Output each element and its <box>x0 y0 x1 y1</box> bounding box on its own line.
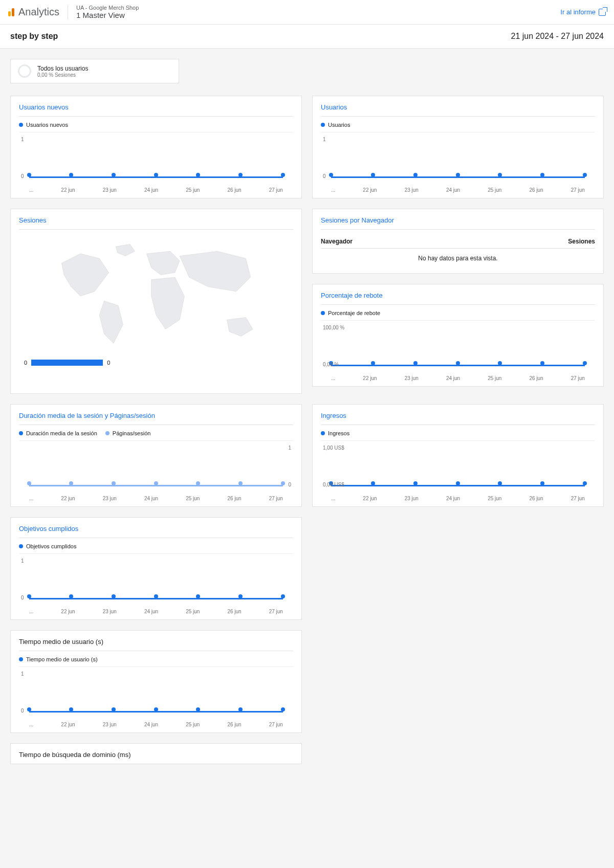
card-title[interactable]: Tiempo medio de usuario (s) <box>19 638 293 651</box>
analytics-logo: Analytics <box>8 6 59 18</box>
property-label: UA - Google Merch Shop <box>76 5 139 11</box>
line-chart: 1 0 ...22 jun23 jun24 jun25 jun26 jun27 … <box>19 671 293 727</box>
y-axis-label: 0,00 US$ <box>323 482 344 487</box>
x-axis-labels: ...22 jun23 jun24 jun25 jun26 jun27 jun <box>29 187 283 193</box>
chart-legend: Usuarios nuevos <box>19 122 293 132</box>
segment-subtitle: 0,00 % Sesiones <box>37 72 88 78</box>
legend-dot-icon <box>321 431 325 435</box>
map-legend: 0 0 <box>19 360 293 366</box>
line-chart: 1 0 ...22 jun23 jun24 jun25 jun26 jun27 … <box>19 558 293 614</box>
col-browser: Navegador <box>321 238 353 245</box>
card-goals: Objetivos cumplidos Objetivos cumplidos … <box>10 517 302 620</box>
card-sessions-browser: Sesiones por Navegador Navegador Sesione… <box>312 209 604 274</box>
app-header: Analytics UA - Google Merch Shop 1 Maste… <box>0 0 614 25</box>
legend-dot-icon <box>19 123 23 127</box>
y-axis-label: 1 <box>21 558 24 564</box>
go-to-report-link[interactable]: Ir al informe <box>560 8 606 16</box>
x-axis-labels: ...22 jun23 jun24 jun25 jun26 jun27 jun <box>331 375 585 381</box>
card-title[interactable]: Usuarios <box>321 103 595 117</box>
x-axis-labels: ...22 jun23 jun24 jun25 jun26 jun27 jun <box>331 496 585 501</box>
legend-dot-icon <box>321 311 325 315</box>
legend-dot-icon <box>321 123 325 127</box>
legend-dot-icon <box>19 544 23 548</box>
chart-legend: Usuarios <box>321 122 595 132</box>
chart-legend: Tiempo medio de usuario (s) <box>19 656 293 667</box>
card-bounce-rate: Porcentaje de rebote Porcentaje de rebot… <box>312 284 604 387</box>
line-chart: 1 0 ...22 jun23 jun24 jun25 jun26 jun27 … <box>321 137 595 193</box>
card-title[interactable]: Sesiones <box>19 216 293 230</box>
card-avg-user-time: Tiempo medio de usuario (s) Tiempo medio… <box>10 630 302 733</box>
y-axis-label: 0,00 % <box>323 362 339 367</box>
card-sessions-map: Sesiones 0 0 <box>10 209 302 394</box>
analytics-logo-icon <box>8 8 14 16</box>
segment-title: Todos los usuarios <box>37 65 88 72</box>
x-axis-labels: ...22 jun23 jun24 jun25 jun26 jun27 jun <box>29 496 283 501</box>
x-axis-labels: ...22 jun23 jun24 jun25 jun26 jun27 jun <box>29 722 283 727</box>
legend-label: Duración media de la sesión <box>26 430 97 436</box>
card-title[interactable]: Usuarios nuevos <box>19 103 293 117</box>
map-legend-max: 0 <box>107 360 110 366</box>
external-link-icon <box>599 9 606 16</box>
dashboard-title: step by step <box>10 32 58 41</box>
table-header: Navegador Sesiones <box>321 235 595 249</box>
property-selector[interactable]: UA - Google Merch Shop 1 Master View <box>76 5 139 19</box>
map-legend-min: 0 <box>24 360 27 366</box>
card-title[interactable]: Sesiones por Navegador <box>321 216 595 230</box>
legend-label: Ingresos <box>328 430 349 436</box>
legend-dot-icon <box>19 431 23 435</box>
line-chart: 100,00 % 0,00 % ...22 jun23 jun24 jun25 … <box>321 325 595 381</box>
y-axis-label: 0 <box>21 595 24 600</box>
chart-legend: Duración media de la sesión Páginas/sesi… <box>19 430 293 441</box>
legend-dot-icon <box>19 657 23 661</box>
y-axis-label: 0 <box>323 173 326 179</box>
legend-label: Usuarios <box>328 122 350 128</box>
map-legend-gradient <box>31 360 103 366</box>
card-users: Usuarios Usuarios 1 0 ...22 jun23 jun24 … <box>312 96 604 198</box>
analytics-label: Analytics <box>18 6 59 18</box>
card-revenue: Ingresos Ingresos 1,00 US$ 0,00 US$ ...2… <box>312 404 604 507</box>
date-range[interactable]: 21 jun 2024 - 27 jun 2024 <box>511 32 604 41</box>
report-link-label: Ir al informe <box>560 8 596 16</box>
no-data-message: No hay datos para esta vista. <box>321 249 595 268</box>
line-chart: 1,00 US$ 0,00 US$ ...22 jun23 jun24 jun2… <box>321 445 595 501</box>
legend-label: Páginas/sesión <box>113 430 151 436</box>
legend-label: Usuarios nuevos <box>26 122 68 128</box>
chart-legend: Ingresos <box>321 430 595 441</box>
segment-chip[interactable]: Todos los usuarios 0,00 % Sesiones <box>10 59 179 83</box>
legend-label: Objetivos cumplidos <box>26 543 76 549</box>
legend-label: Tiempo medio de usuario (s) <box>26 656 98 662</box>
world-map-icon <box>19 235 293 358</box>
view-name: 1 Master View <box>76 11 139 19</box>
y-axis-label: 1 <box>288 445 291 451</box>
line-chart: 1 0 ...22 jun23 jun24 jun25 jun26 jun27 … <box>19 445 293 501</box>
segment-circle-icon <box>18 64 31 78</box>
x-axis-labels: ...22 jun23 jun24 jun25 jun26 jun27 jun <box>29 609 283 614</box>
y-axis-label: 1 <box>21 137 24 142</box>
y-axis-label: 0 <box>288 482 291 487</box>
card-title[interactable]: Porcentaje de rebote <box>321 292 595 305</box>
card-title[interactable]: Objetivos cumplidos <box>19 525 293 538</box>
card-new-users: Usuarios nuevos Usuarios nuevos 1 0 ...2… <box>10 96 302 198</box>
x-axis-labels: ...22 jun23 jun24 jun25 jun26 jun27 jun <box>331 187 585 193</box>
line-chart: 1 0 ...22 jun23 jun24 jun25 jun26 jun27 … <box>19 137 293 193</box>
card-title[interactable]: Ingresos <box>321 412 595 425</box>
card-duration-pages: Duración media de la sesión y Páginas/se… <box>10 404 302 507</box>
geo-map[interactable]: 0 0 <box>19 235 293 388</box>
y-axis-label: 1 <box>323 137 326 142</box>
card-dns-time: Tiempo de búsqueda de dominio (ms) <box>10 743 302 764</box>
y-axis-label: 0 <box>21 708 24 714</box>
header-divider <box>68 5 68 19</box>
y-axis-label: 0 <box>21 173 24 179</box>
legend-dot-icon <box>105 431 109 435</box>
chart-legend: Objetivos cumplidos <box>19 543 293 554</box>
title-bar: step by step 21 jun 2024 - 27 jun 2024 <box>0 25 614 49</box>
card-title[interactable]: Duración media de la sesión y Páginas/se… <box>19 412 293 425</box>
card-title[interactable]: Tiempo de búsqueda de dominio (ms) <box>19 751 293 759</box>
y-axis-label: 1 <box>21 671 24 677</box>
chart-legend: Porcentaje de rebote <box>321 310 595 321</box>
legend-label: Porcentaje de rebote <box>328 310 380 316</box>
col-sessions: Sesiones <box>568 238 595 245</box>
